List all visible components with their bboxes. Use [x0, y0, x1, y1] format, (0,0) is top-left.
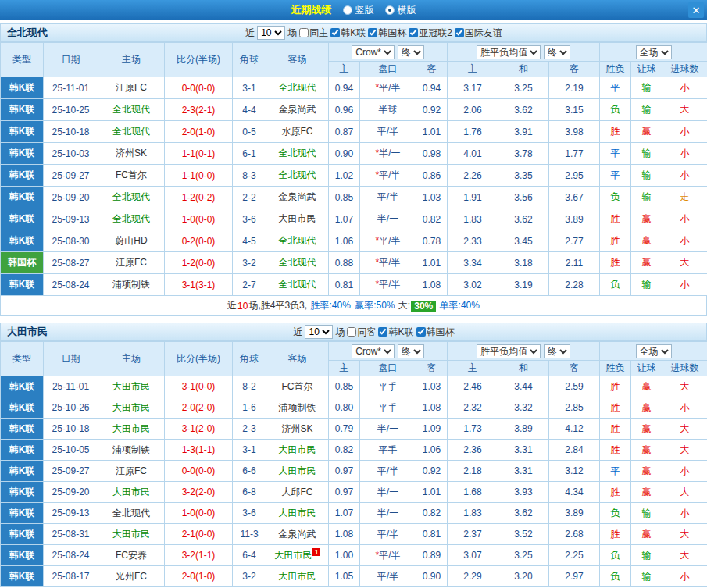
asian-home-odds: 1.08	[329, 524, 360, 545]
home-team: 光州FC	[98, 566, 165, 587]
filter-checkbox[interactable]: 韩国杯	[416, 326, 455, 339]
europe-time-select[interactable]: 终	[544, 344, 570, 358]
handicap-result-cell: 输	[631, 187, 662, 208]
away-team: 大邱FC	[266, 482, 329, 503]
league-type-cell: 韩K联	[1, 143, 44, 165]
match-score: 2-3(2-1)	[165, 99, 233, 121]
checkbox-input[interactable]	[368, 28, 377, 37]
games-label: 场	[287, 27, 297, 40]
filter-checkbox[interactable]: 同客	[347, 326, 376, 339]
scope-select[interactable]: 全场	[636, 344, 672, 358]
filter-checkbox[interactable]: 亚冠联2	[409, 27, 452, 40]
asian-time-select[interactable]: 终	[398, 45, 424, 59]
away-team: 全北现代	[266, 230, 329, 252]
match-score: 2-1(0-0)	[165, 524, 233, 545]
handicap-text: 半/一	[379, 148, 400, 159]
col-goals: 进球数	[662, 361, 707, 376]
asian-home-odds: 1.05	[329, 566, 360, 587]
col-type: 类型	[1, 43, 44, 77]
league-type-cell: 韩K联	[1, 121, 44, 143]
asian-home-odds: 0.88	[329, 252, 360, 274]
asian-away-odds: 0.94	[416, 77, 448, 99]
checkbox-input[interactable]	[299, 28, 309, 37]
odds-lose: 3.12	[549, 461, 600, 482]
filter-checkbox[interactable]: 韩K联	[378, 326, 413, 339]
radio-selected-icon[interactable]	[385, 5, 395, 15]
col-odds-lose: 客	[549, 361, 600, 376]
league-type-cell: 韩K联	[1, 524, 44, 545]
asian-handicap: *平/半	[360, 230, 416, 252]
col-asian-away: 客	[416, 62, 448, 77]
league-type-cell: 韩国杯	[1, 252, 44, 274]
match-count-select[interactable]: 10	[305, 325, 333, 339]
result-cell: 负	[600, 545, 631, 566]
home-team: 大田市民	[98, 397, 165, 419]
corner-score: 2-2	[233, 187, 266, 208]
layout-option-horizontal[interactable]: 横版	[385, 4, 416, 17]
filter-checkbox[interactable]: 韩K联	[330, 27, 366, 40]
odds-win: 2.36	[448, 440, 498, 461]
match-date: 25-09-20	[44, 482, 98, 503]
corner-score: 6-4	[233, 545, 266, 566]
odds-draw: 3.52	[498, 524, 549, 545]
match-score: 1-1(0-1)	[165, 143, 233, 165]
summary-segment: 大:	[396, 299, 411, 312]
checkbox-input[interactable]	[330, 28, 340, 37]
asian-time-select[interactable]: 终	[398, 344, 424, 358]
league-type-cell: 韩K联	[1, 99, 44, 121]
radio-unselected-icon[interactable]	[343, 5, 352, 15]
result-cell: 胜	[600, 482, 631, 503]
europe-time-select[interactable]: 终	[544, 45, 570, 59]
checkbox-input[interactable]	[409, 28, 418, 37]
goals-result-cell: 走	[662, 187, 707, 208]
handicap-result-cell: 输	[631, 99, 662, 121]
checkbox-input[interactable]	[347, 327, 356, 337]
match-date: 25-08-31	[44, 524, 98, 545]
odds-company-select[interactable]: Crow*	[352, 45, 395, 59]
league-type-cell: 韩K联	[1, 419, 44, 440]
away-team: 金泉尚武	[266, 187, 329, 208]
checkbox-input[interactable]	[455, 28, 464, 37]
scope-select[interactable]: 全场	[636, 45, 672, 59]
result-cell: 平	[600, 77, 631, 99]
home-team: FC安养	[98, 545, 165, 566]
asian-home-odds: 1.06	[329, 230, 360, 252]
checkbox-label: 同客	[357, 326, 376, 339]
col-odds-lose: 客	[549, 62, 600, 77]
match-score: 2-0(1-0)	[165, 566, 233, 587]
odds-lose: 2.19	[549, 77, 600, 99]
filter-checkbox[interactable]: 国际友谊	[455, 27, 502, 40]
europe-odds-select[interactable]: 胜平负均值	[477, 45, 541, 59]
odds-draw: 3.25	[498, 77, 549, 99]
europe-odds-select[interactable]: 胜平负均值	[477, 344, 541, 358]
checkbox-input[interactable]	[416, 327, 426, 337]
result-cell: 胜	[600, 397, 631, 419]
match-row: 韩K联25-08-24浦项制铁3-1(3-1)2-7全北现代0.81*平/半1.…	[1, 274, 707, 296]
col-home: 主场	[98, 342, 165, 376]
filter-checkbox[interactable]: 韩国杯	[368, 27, 406, 40]
col-handicap-result: 让球	[631, 62, 662, 77]
filter-checkbox[interactable]: 同主	[299, 27, 328, 40]
asian-away-odds: 0.86	[416, 165, 448, 187]
handicap-text: 平/半	[379, 169, 400, 180]
match-score: 3-1(2-0)	[165, 419, 233, 440]
home-team: 全北现代	[98, 121, 165, 143]
odds-lose: 4.12	[549, 419, 600, 440]
odds-company-select[interactable]: Crow*	[352, 344, 395, 358]
odds-win: 2.32	[448, 397, 498, 419]
close-icon[interactable]: ✕	[688, 2, 704, 18]
match-score: 1-0(0-0)	[165, 208, 233, 230]
handicap-result-cell: 赢	[631, 252, 662, 274]
matches-table-team2: 类型 日期 主场 比分(半场) 角球 客场 Crow* 终 胜平负均值 终 全场…	[0, 341, 707, 587]
odds-draw: 3.19	[498, 274, 549, 296]
asian-home-odds: 1.07	[329, 208, 360, 230]
match-date: 25-08-27	[44, 252, 98, 274]
checkbox-input[interactable]	[378, 327, 387, 337]
asian-away-odds: 1.01	[416, 121, 448, 143]
match-count-select[interactable]: 10	[257, 26, 285, 40]
away-team: 济州SK	[266, 419, 329, 440]
match-score: 3-1(3-1)	[165, 274, 233, 296]
match-row: 韩K联25-10-25全北现代2-3(2-1)4-4金泉尚武0.96半球0.92…	[1, 99, 707, 121]
layout-option-vertical[interactable]: 竖版	[343, 4, 374, 17]
match-date: 25-09-20	[44, 187, 98, 208]
